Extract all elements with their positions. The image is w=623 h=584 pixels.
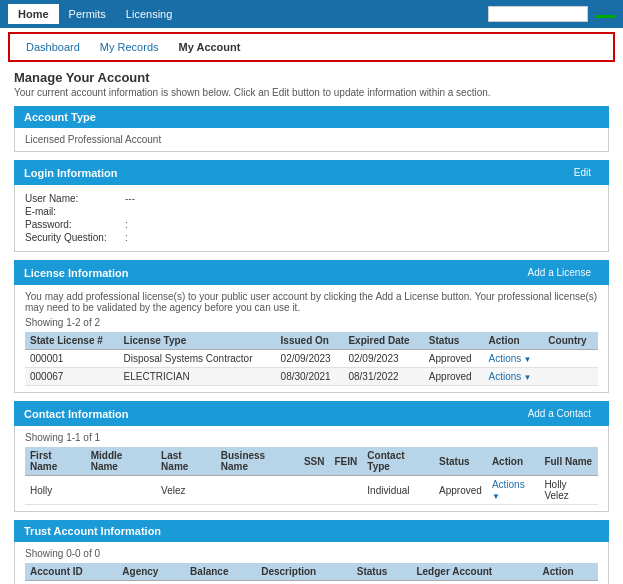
contact-row1-business — [216, 476, 299, 505]
contact-row1-middle — [86, 476, 156, 505]
license-col-status: Status — [424, 332, 484, 350]
page-content: Manage Your Account Your current account… — [0, 66, 623, 584]
table-row: 000067 ELECTRICIAN 08/30/2021 08/31/2022… — [25, 368, 598, 386]
license-row1-issued: 02/09/2023 — [276, 350, 344, 368]
trust-col-balance: Balance — [185, 563, 256, 581]
search-input[interactable] — [488, 6, 588, 22]
contact-col-last: Last Name — [156, 447, 216, 476]
license-row2-status: Approved — [424, 368, 484, 386]
login-username-value: --- — [125, 193, 135, 204]
license-row1-status: Approved — [424, 350, 484, 368]
license-col-num: State License # — [25, 332, 119, 350]
login-info-section: Login Information Edit User Name: --- E-… — [14, 160, 609, 252]
contact-info-body: Showing 1-1 of 1 First Name Middle Name … — [14, 426, 609, 512]
contact-row1-action-link[interactable]: Actions — [492, 479, 525, 501]
license-col-type: License Type — [119, 332, 276, 350]
login-info-title: Login Information — [24, 167, 117, 179]
page-subtitle: Your current account information is show… — [14, 87, 609, 98]
contact-row1-fein — [330, 476, 363, 505]
contact-row1-action[interactable]: Actions — [487, 476, 540, 505]
contact-row1-first: Holly — [25, 476, 86, 505]
login-email-label: E-mail: — [25, 206, 125, 217]
contact-col-first: First Name — [25, 447, 86, 476]
contact-col-status: Status — [434, 447, 487, 476]
sub-nav-my-account[interactable]: My Account — [169, 38, 251, 56]
contact-row1-type: Individual — [362, 476, 434, 505]
trust-table: Account ID Agency Balance Description St… — [25, 563, 598, 584]
table-row: No records found. — [25, 581, 598, 585]
license-row1-country — [543, 350, 598, 368]
license-showing: Showing 1-2 of 2 — [25, 317, 598, 328]
account-type-title: Account Type — [24, 111, 96, 123]
trust-col-description: Description — [256, 563, 352, 581]
license-row1-num: 000001 — [25, 350, 119, 368]
contact-col-middle: Middle Name — [86, 447, 156, 476]
login-info-body: User Name: --- E-mail: Password: : Secur… — [14, 185, 609, 252]
trust-col-agency: Agency — [117, 563, 185, 581]
trust-col-action: Action — [538, 563, 598, 581]
login-username-row: User Name: --- — [25, 193, 598, 204]
trust-showing: Showing 0-0 of 0 — [25, 548, 598, 559]
trust-col-status: Status — [352, 563, 412, 581]
contact-row1-ssn — [299, 476, 330, 505]
trust-account-section: Trust Account Information Showing 0-0 of… — [14, 520, 609, 584]
license-table: State License # License Type Issued On E… — [25, 332, 598, 386]
edit-login-button[interactable]: Edit — [566, 165, 599, 180]
license-row1-expired: 02/09/2023 — [343, 350, 423, 368]
account-type-value: Licensed Professional Account — [25, 134, 598, 145]
contact-row1-fullname: Holly Velez — [539, 476, 598, 505]
contact-showing: Showing 1-1 of 1 — [25, 432, 598, 443]
license-row2-action-link[interactable]: Actions — [489, 371, 532, 382]
login-email-row: E-mail: — [25, 206, 598, 217]
license-info-title: License Information — [24, 267, 129, 279]
account-type-header: Account Type — [14, 106, 609, 128]
trust-col-ledger: Ledger Account — [411, 563, 537, 581]
contact-col-business: Business Name — [216, 447, 299, 476]
license-info-body: You may add professional license(s) to y… — [14, 285, 609, 393]
license-row2-country — [543, 368, 598, 386]
sub-nav-dashboard[interactable]: Dashboard — [16, 38, 90, 56]
sub-nav-my-records[interactable]: My Records — [90, 38, 169, 56]
login-info-header: Login Information Edit — [14, 160, 609, 185]
top-nav-home[interactable]: Home — [8, 4, 59, 24]
page-title: Manage Your Account — [14, 70, 609, 85]
license-row2-issued: 08/30/2021 — [276, 368, 344, 386]
add-contact-button[interactable]: Add a Contact — [520, 406, 599, 421]
license-row1-action-link[interactable]: Actions — [489, 353, 532, 364]
add-license-button[interactable]: Add a License — [520, 265, 599, 280]
login-security-row: Security Question: : — [25, 232, 598, 243]
contact-info-header: Contact Information Add a Contact — [14, 401, 609, 426]
account-type-body: Licensed Professional Account — [14, 128, 609, 152]
contact-info-title: Contact Information — [24, 408, 129, 420]
top-nav-licensing[interactable]: Licensing — [116, 4, 182, 24]
contact-col-fein: FEIN — [330, 447, 363, 476]
top-nav-permits[interactable]: Permits — [59, 4, 116, 24]
license-info-header: License Information Add a License — [14, 260, 609, 285]
table-row: 000001 Disposal Systems Contractor 02/09… — [25, 350, 598, 368]
contact-col-type: Contact Type — [362, 447, 434, 476]
login-password-value: : — [125, 219, 128, 230]
trust-col-accountid: Account ID — [25, 563, 117, 581]
license-row2-action[interactable]: Actions — [484, 368, 544, 386]
contact-col-fullname: Full Name — [539, 447, 598, 476]
sub-nav: Dashboard My Records My Account — [8, 32, 615, 62]
contact-table: First Name Middle Name Last Name Busines… — [25, 447, 598, 505]
license-row1-type: Disposal Systems Contractor — [119, 350, 276, 368]
license-col-expired: Expired Date — [343, 332, 423, 350]
contact-col-ssn: SSN — [299, 447, 330, 476]
license-notice: You may add professional license(s) to y… — [25, 291, 598, 313]
table-row: Holly Velez Individual Approved Actions … — [25, 476, 598, 505]
license-row2-type: ELECTRICIAN — [119, 368, 276, 386]
login-username-label: User Name: — [25, 193, 125, 204]
license-col-action: Action — [484, 332, 544, 350]
contact-col-action: Action — [487, 447, 540, 476]
contact-info-section: Contact Information Add a Contact Showin… — [14, 401, 609, 512]
trust-account-body: Showing 0-0 of 0 Account ID Agency Balan… — [14, 542, 609, 584]
trust-no-records: No records found. — [25, 581, 598, 585]
login-security-value: : — [125, 232, 128, 243]
login-password-label: Password: — [25, 219, 125, 230]
contact-row1-status: Approved — [434, 476, 487, 505]
login-security-label: Security Question: — [25, 232, 125, 243]
license-row1-action[interactable]: Actions — [484, 350, 544, 368]
license-row2-num: 000067 — [25, 368, 119, 386]
